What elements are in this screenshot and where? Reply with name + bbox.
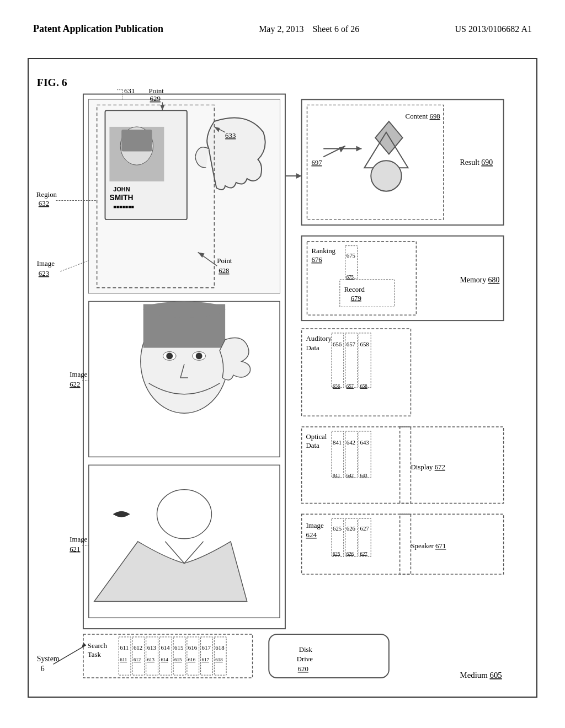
svg-point-20: [196, 353, 202, 360]
svg-text:624: 624: [306, 531, 317, 539]
svg-point-9: [157, 490, 211, 539]
svg-text:615: 615: [174, 657, 182, 663]
svg-text:Memory 680: Memory 680: [460, 276, 500, 284]
svg-text:Record: Record: [344, 286, 365, 293]
svg-text:Point: Point: [217, 257, 232, 265]
svg-text:Data: Data: [306, 344, 320, 352]
svg-text:Medium 605: Medium 605: [460, 671, 502, 679]
svg-text:627: 627: [360, 551, 367, 556]
svg-text:642: 642: [347, 473, 354, 478]
svg-text:679: 679: [351, 295, 361, 302]
svg-text:657: 657: [347, 341, 356, 347]
svg-text:614: 614: [161, 657, 168, 663]
svg-text:841: 841: [333, 473, 340, 478]
svg-text:618: 618: [215, 657, 223, 663]
publication-title: Patent Application Publication: [33, 22, 163, 36]
page-wrapper: Patent Application Publication May 2, 20…: [0, 0, 565, 698]
svg-text:622: 622: [70, 381, 80, 388]
publication-date: May 2, 2013 Sheet 6 of 26: [259, 22, 359, 34]
svg-text:643: 643: [360, 439, 369, 446]
svg-text:SMITH: SMITH: [109, 194, 133, 202]
svg-rect-65: [173, 637, 185, 675]
svg-text:625: 625: [333, 551, 340, 556]
svg-point-145: [371, 160, 401, 191]
svg-text:Disk: Disk: [299, 646, 313, 654]
svg-text:642: 642: [347, 439, 355, 446]
svg-text:697: 697: [311, 159, 322, 167]
publication-number: US 2013/0106682 A1: [455, 22, 532, 34]
svg-text:658: 658: [360, 341, 369, 347]
svg-text:JOHN: JOHN: [113, 186, 130, 192]
svg-text:633: 633: [225, 132, 236, 140]
svg-rect-63: [159, 637, 172, 675]
svg-text:627: 627: [360, 525, 369, 532]
svg-text:675: 675: [347, 274, 354, 280]
svg-rect-67: [187, 637, 199, 675]
svg-text:612: 612: [134, 657, 141, 663]
svg-rect-54: [83, 634, 253, 678]
svg-text:612: 612: [134, 644, 142, 651]
main-diagram: FIG. 6 System 6 Medium 605: [28, 58, 537, 698]
svg-rect-59: [132, 637, 145, 675]
svg-text:Task: Task: [88, 651, 102, 659]
svg-text:643: 643: [360, 473, 367, 478]
page-header: Patent Application Publication May 2, 20…: [0, 0, 565, 47]
svg-text:611: 611: [120, 644, 129, 651]
svg-text:617: 617: [202, 657, 210, 663]
svg-text:Search: Search: [88, 642, 108, 650]
svg-text:Data: Data: [306, 442, 320, 449]
svg-text:Speaker 671: Speaker 671: [411, 542, 446, 550]
svg-text:Image: Image: [37, 260, 55, 267]
svg-rect-138: [307, 105, 444, 220]
svg-rect-81: [269, 634, 389, 678]
svg-text:632: 632: [39, 200, 49, 208]
svg-text:658: 658: [360, 383, 367, 389]
svg-text:614: 614: [161, 644, 170, 651]
svg-text:626: 626: [347, 551, 354, 556]
svg-text:613: 613: [147, 657, 155, 663]
svg-text:Region: Region: [36, 191, 57, 199]
svg-rect-108: [359, 431, 371, 478]
svg-text:616: 616: [188, 657, 196, 663]
svg-marker-4: [82, 643, 86, 648]
svg-text:657: 657: [347, 383, 354, 389]
svg-marker-149: [296, 173, 302, 179]
svg-text:676: 676: [311, 256, 322, 264]
svg-text:Result 690: Result 690: [460, 158, 493, 167]
svg-text:Optical: Optical: [306, 433, 327, 441]
svg-rect-71: [214, 637, 226, 675]
svg-text:621: 621: [70, 545, 80, 553]
svg-text:611: 611: [120, 657, 127, 663]
svg-point-16: [143, 302, 225, 318]
svg-text:631: 631: [124, 87, 135, 95]
svg-text:617: 617: [202, 644, 211, 651]
svg-text:Ranking: Ranking: [311, 248, 335, 255]
svg-text:623: 623: [39, 270, 49, 277]
svg-text:■■■■■■■: ■■■■■■■: [113, 205, 134, 210]
svg-text:6: 6: [41, 665, 45, 673]
svg-text:613: 613: [147, 644, 157, 651]
diagram-svg: FIG. 6 System 6 Medium 605: [29, 59, 536, 697]
svg-text:Drive: Drive: [297, 656, 313, 663]
svg-text:620: 620: [298, 665, 308, 673]
svg-text:675: 675: [347, 253, 356, 259]
svg-rect-102: [332, 431, 344, 478]
svg-text:656: 656: [333, 341, 342, 347]
svg-marker-147: [356, 146, 362, 152]
svg-text:628: 628: [218, 267, 229, 275]
svg-text:Image: Image: [70, 536, 87, 543]
svg-text:841: 841: [333, 439, 342, 446]
svg-text:626: 626: [347, 525, 356, 532]
svg-rect-29: [121, 130, 152, 152]
svg-text:629: 629: [150, 95, 161, 103]
svg-line-39: [60, 260, 88, 271]
svg-text:System: System: [37, 655, 60, 663]
svg-text:615: 615: [174, 644, 184, 651]
svg-text:656: 656: [333, 383, 340, 389]
svg-rect-105: [345, 431, 358, 478]
svg-point-18: [166, 353, 173, 360]
svg-text:625: 625: [333, 525, 342, 532]
svg-rect-69: [201, 637, 213, 675]
svg-text:FIG. 6: FIG. 6: [37, 76, 67, 88]
svg-text:Image: Image: [306, 522, 324, 529]
